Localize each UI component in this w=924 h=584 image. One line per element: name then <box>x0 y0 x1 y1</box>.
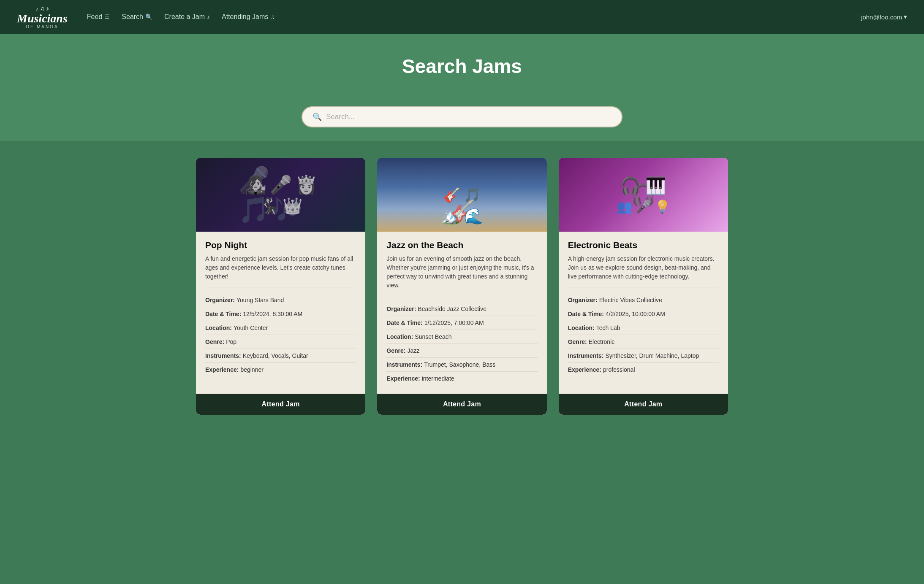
datetime-label-2: Date & Time: <box>386 319 422 326</box>
feed-icon: ☰ <box>104 14 110 20</box>
pop-night-organizer: Young Stars Band <box>236 297 284 303</box>
nav-feed-link[interactable]: Feed ☰ <box>83 11 114 23</box>
electronic-beats-genre-row: Genre: Electronic <box>568 335 719 349</box>
electronic-beats-footer: Attend Jam <box>559 394 728 415</box>
search-label: Search <box>122 13 143 21</box>
jazz-beach-datetime: 1/12/2025, 7:00:00 AM <box>424 319 484 326</box>
jazz-beach-desc: Join us for an evening of smooth jazz on… <box>386 254 537 290</box>
pop-night-experience: beginner <box>240 366 264 373</box>
experience-label-3: Experience: <box>568 366 601 373</box>
jazz-beach-instruments: Trumpet, Saxophone, Bass <box>424 361 495 368</box>
logo-subtext: OF MANOA <box>26 24 58 29</box>
electronic-beats-desc: A high-energy jam session for electronic… <box>568 254 719 281</box>
hero-header: Search Jams <box>0 34 924 95</box>
pop-night-datetime-row: Date & Time: 12/5/2024, 8:30:00 AM <box>205 307 356 321</box>
user-email: john@foo.com <box>861 14 902 21</box>
electronic-beats-organizer: Electric Vibes Collective <box>599 297 662 303</box>
jazz-beach-body: Jazz on the Beach Join us for an evening… <box>377 232 546 394</box>
jazz-beach-genre-row: Genre: Jazz <box>386 344 537 358</box>
instruments-label: Instruments: <box>205 352 241 359</box>
electronic-beats-experience: professional <box>603 366 635 373</box>
pop-night-image: 👩‍🎤 🎤 👸 💃 👑 <box>196 158 365 232</box>
electronic-beats-image: 🎧 🎹 👥 🎤 💡 <box>559 158 728 232</box>
pop-night-instruments-row: Instruments: Keyboard, Vocals, Guitar <box>205 349 356 363</box>
datetime-label-3: Date & Time: <box>568 311 604 317</box>
electronic-beats-instruments-row: Instruments: Synthesizer, Drum Machine, … <box>568 349 719 363</box>
card-pop-night: 👩‍🎤 🎤 👸 💃 👑 Pop Night A fun and energeti… <box>196 158 365 415</box>
pop-night-datetime: 12/5/2024, 8:30:00 AM <box>243 311 302 317</box>
organizer-label-2: Organizer: <box>386 306 416 312</box>
pop-night-experience-row: Experience: beginner <box>205 363 356 376</box>
jazz-beach-datetime-row: Date & Time: 1/12/2025, 7:00:00 AM <box>386 316 537 330</box>
pop-night-location-row: Location: Youth Center <box>205 321 356 335</box>
location-label-3: Location: <box>568 324 595 331</box>
electronic-beats-location: Tech Lab <box>596 324 620 331</box>
jazz-beach-instruments-row: Instruments: Trumpet, Saxophone, Bass <box>386 358 537 372</box>
jazz-beach-organizer-row: Organizer: Beachside Jazz Collective <box>386 302 537 316</box>
card-electronic-beats: 🎧 🎹 👥 🎤 💡 Electronic Beats A high-energy… <box>559 158 728 415</box>
genre-label-2: Genre: <box>386 347 405 354</box>
main-content: 👩‍🎤 🎤 👸 💃 👑 Pop Night A fun and energeti… <box>0 141 924 440</box>
nav-attending-jams-link[interactable]: Attending Jams ♫ <box>217 11 279 23</box>
create-jam-label: Create a Jam <box>164 13 205 21</box>
jazz-beach-organizer: Beachside Jazz Collective <box>418 306 486 312</box>
electronic-beats-attend-button[interactable]: Attend Jam <box>559 394 728 415</box>
instruments-label-3: Instruments: <box>568 352 604 359</box>
electronic-beats-experience-row: Experience: professional <box>568 363 719 376</box>
experience-label: Experience: <box>205 366 239 373</box>
nav-links: Feed ☰ Search 🔍 Create a Jam ♪ Attending… <box>83 11 279 23</box>
electronic-beats-location-row: Location: Tech Lab <box>568 321 719 335</box>
search-input[interactable] <box>326 113 611 121</box>
search-bar: 🔍 <box>302 106 622 127</box>
experience-label-2: Experience: <box>386 375 420 382</box>
jazz-beach-experience-row: Experience: intermediate <box>386 372 537 385</box>
electronic-beats-body: Electronic Beats A high-energy jam sessi… <box>559 232 728 394</box>
pop-night-genre: Pop <box>226 338 236 345</box>
pop-night-instruments: Keyboard, Vocals, Guitar <box>243 352 308 359</box>
jazz-beach-experience: intermediate <box>422 375 454 382</box>
attending-jams-icon: ♫ <box>270 14 275 20</box>
cards-grid: 👩‍🎤 🎤 👸 💃 👑 Pop Night A fun and energeti… <box>196 158 728 415</box>
attending-jams-label: Attending Jams <box>222 13 268 21</box>
nav-search-link[interactable]: Search 🔍 <box>117 11 157 23</box>
instruments-label-2: Instruments: <box>386 361 422 368</box>
organizer-label: Organizer: <box>205 297 235 303</box>
card-jazz-beach: 🏔️ 🌊 🎸 🎵 Jazz on the Beach Join us for a… <box>377 158 546 415</box>
create-jam-icon: ♪ <box>207 14 210 20</box>
location-label: Location: <box>205 324 232 331</box>
pop-night-body: Pop Night A fun and energetic jam sessio… <box>196 232 365 394</box>
pop-night-location: Youth Center <box>234 324 268 331</box>
search-nav-icon: 🔍 <box>145 14 152 20</box>
electronic-beats-title: Electronic Beats <box>568 240 719 250</box>
pop-night-genre-row: Genre: Pop <box>205 335 356 349</box>
jazz-beach-attend-button[interactable]: Attend Jam <box>377 394 546 415</box>
electronic-beats-genre: Electronic <box>589 338 614 345</box>
pop-night-title: Pop Night <box>205 240 356 250</box>
jazz-beach-location-row: Location: Sunset Beach <box>386 330 537 344</box>
pop-night-attend-button[interactable]: Attend Jam <box>196 394 365 415</box>
search-hero-section: Search Jams 🔍 <box>0 34 924 141</box>
jazz-beach-details: Organizer: Beachside Jazz Collective Dat… <box>386 296 537 385</box>
nav-left: ♪ ♫ ♪ Musicians OF MANOA Feed ☰ Search 🔍… <box>17 5 279 29</box>
electronic-beats-details: Organizer: Electric Vibes Collective Dat… <box>568 287 719 376</box>
navbar: ♪ ♫ ♪ Musicians OF MANOA Feed ☰ Search 🔍… <box>0 0 924 34</box>
genre-label-3: Genre: <box>568 338 587 345</box>
location-label-2: Location: <box>386 333 413 340</box>
jazz-beach-image: 🏔️ 🌊 🎸 🎵 <box>377 158 546 232</box>
pop-night-details: Organizer: Young Stars Band Date & Time:… <box>205 287 356 376</box>
page-title: Search Jams <box>8 55 916 78</box>
electronic-beats-organizer-row: Organizer: Electric Vibes Collective <box>568 293 719 307</box>
feed-label: Feed <box>87 13 102 21</box>
electronic-beats-instruments: Synthesizer, Drum Machine, Laptop <box>605 352 699 359</box>
pop-night-footer: Attend Jam <box>196 394 365 415</box>
jazz-beach-genre: Jazz <box>407 347 419 354</box>
user-menu[interactable]: john@foo.com ▾ <box>861 13 907 21</box>
nav-create-jam-link[interactable]: Create a Jam ♪ <box>160 11 214 23</box>
jazz-beach-title: Jazz on the Beach <box>386 240 537 250</box>
search-container: 🔍 <box>0 95 924 127</box>
user-dropdown-icon: ▾ <box>904 13 907 21</box>
logo-music-icon: ♪ ♫ ♪ <box>35 5 49 12</box>
logo[interactable]: ♪ ♫ ♪ Musicians OF MANOA <box>17 5 68 29</box>
pop-night-organizer-row: Organizer: Young Stars Band <box>205 293 356 307</box>
pop-night-desc: A fun and energetic jam session for pop … <box>205 254 356 281</box>
